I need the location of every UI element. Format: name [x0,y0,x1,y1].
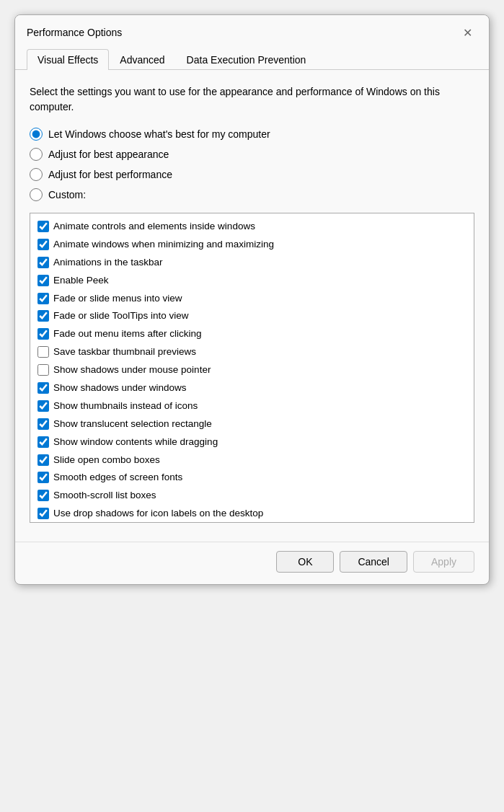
checkbox-translucent[interactable] [37,418,49,430]
checkbox-item-shadows-pointer[interactable]: Show shadows under mouse pointer [36,363,468,378]
radio-let-windows[interactable]: Let Windows choose what's best for my co… [30,128,474,141]
tab-content: Select the settings you want to use for … [15,70,489,542]
radio-best-performance-label: Adjust for best performance [48,169,172,180]
checkbox-label-fade-tooltips: Fade or slide ToolTips into view [53,309,189,323]
performance-options-dialog: Performance Options ✕ Visual Effects Adv… [14,14,490,585]
radio-let-windows-input[interactable] [30,128,43,141]
checkbox-drop-shadows[interactable] [37,508,49,519]
checkbox-label-translucent: Show translucent selection rectangle [53,418,212,431]
radio-best-appearance-label: Adjust for best appearance [48,149,169,160]
checkbox-smooth-edges[interactable] [37,472,49,483]
radio-let-windows-label: Let Windows choose what's best for my co… [48,128,270,140]
checkbox-smooth-scroll[interactable] [37,490,49,501]
checkbox-label-enable-peek: Enable Peek [53,274,109,288]
radio-custom[interactable]: Custom: [30,188,474,201]
checkbox-shadows-windows[interactable] [37,382,49,394]
checkbox-item-translucent[interactable]: Show translucent selection rectangle [36,417,468,432]
radio-custom-label: Custom: [48,189,86,200]
checkbox-label-animations-taskbar: Animations in the taskbar [53,256,163,270]
footer: OK Cancel Apply [15,542,489,584]
checkbox-item-fade-menus[interactable]: Fade or slide menus into view [36,291,468,306]
checkbox-label-thumbnails: Show thumbnails instead of icons [53,400,198,413]
checkbox-fade-menu-items[interactable] [37,328,49,340]
checkbox-label-animate-windows: Animate windows when minimizing and maxi… [53,238,274,252]
checkbox-label-slide-combo: Slide open combo boxes [53,454,160,467]
checkbox-item-shadows-windows[interactable]: Show shadows under windows [36,381,468,396]
checkbox-slide-combo[interactable] [37,454,49,466]
checkbox-item-fade-menu-items[interactable]: Fade out menu items after clicking [36,327,468,342]
checkbox-item-save-taskbar[interactable]: Save taskbar thumbnail previews [36,345,468,360]
checkbox-animate-controls[interactable] [37,221,49,232]
radio-custom-input[interactable] [30,188,43,201]
checkbox-label-fade-menu-items: Fade out menu items after clicking [53,327,202,341]
radio-best-appearance-input[interactable] [30,148,43,161]
checkbox-item-slide-combo[interactable]: Slide open combo boxes [36,453,468,468]
checkbox-label-window-contents: Show window contents while dragging [53,436,218,449]
checkbox-label-shadows-windows: Show shadows under windows [53,381,187,395]
title-bar: Performance Options ✕ [15,15,489,43]
checkbox-label-shadows-pointer: Show shadows under mouse pointer [53,363,211,377]
checkbox-window-contents[interactable] [37,436,49,448]
checkbox-item-smooth-scroll[interactable]: Smooth-scroll list boxes [36,488,468,503]
close-button[interactable]: ✕ [457,22,477,43]
checkbox-label-fade-menus: Fade or slide menus into view [53,292,182,306]
cancel-button[interactable]: Cancel [340,551,407,573]
checkbox-item-window-contents[interactable]: Show window contents while dragging [36,435,468,450]
ok-button[interactable]: OK [276,551,334,573]
checkbox-item-animations-taskbar[interactable]: Animations in the taskbar [36,255,468,270]
checkbox-item-fade-tooltips[interactable]: Fade or slide ToolTips into view [36,309,468,324]
tab-visual-effects[interactable]: Visual Effects [27,49,109,70]
checkbox-item-animate-windows[interactable]: Animate windows when minimizing and maxi… [36,237,468,252]
checkbox-enable-peek[interactable] [37,275,49,286]
radio-best-performance[interactable]: Adjust for best performance [30,168,474,181]
checkbox-label-smooth-edges: Smooth edges of screen fonts [53,471,182,485]
checkbox-thumbnails[interactable] [37,400,49,412]
checkbox-item-animate-controls[interactable]: Animate controls and elements inside win… [36,219,468,234]
apply-button[interactable]: Apply [413,551,474,573]
radio-group: Let Windows choose what's best for my co… [30,128,474,201]
dialog-title: Performance Options [27,27,122,38]
tab-dep[interactable]: Data Execution Prevention [176,49,317,70]
description-text: Select the settings you want to use for … [30,84,474,115]
checkbox-animations-taskbar[interactable] [37,257,49,268]
radio-best-performance-input[interactable] [30,168,43,181]
checkbox-animate-windows[interactable] [37,239,49,250]
checkbox-item-smooth-edges[interactable]: Smooth edges of screen fonts [36,470,468,485]
checkbox-fade-menus[interactable] [37,293,49,304]
checkbox-label-animate-controls: Animate controls and elements inside win… [53,220,255,234]
checkbox-item-drop-shadows[interactable]: Use drop shadows for icon labels on the … [36,506,468,521]
checkbox-shadows-pointer[interactable] [37,364,49,376]
radio-best-appearance[interactable]: Adjust for best appearance [30,148,474,161]
visual-effects-list: Animate controls and elements inside win… [30,213,474,523]
checkbox-label-drop-shadows: Use drop shadows for icon labels on the … [53,507,263,521]
checkbox-label-save-taskbar: Save taskbar thumbnail previews [53,345,196,359]
checkbox-item-enable-peek[interactable]: Enable Peek [36,273,468,288]
checkbox-fade-tooltips[interactable] [37,310,49,322]
checkbox-label-smooth-scroll: Smooth-scroll list boxes [53,489,156,503]
tab-advanced[interactable]: Advanced [109,49,175,70]
checkbox-save-taskbar[interactable] [37,346,49,358]
checkbox-item-thumbnails[interactable]: Show thumbnails instead of icons [36,399,468,414]
tab-bar: Visual Effects Advanced Data Execution P… [15,43,489,70]
